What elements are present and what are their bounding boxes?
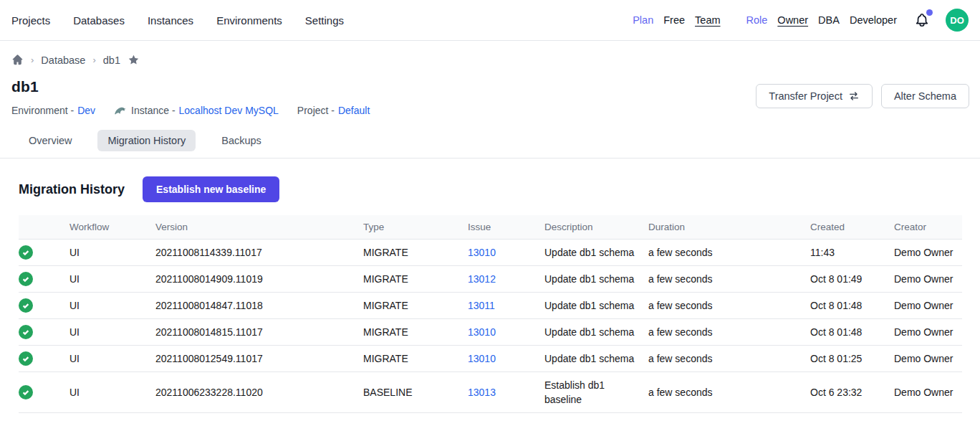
col-header-version: Version (155, 215, 363, 240)
role-option-dba[interactable]: DBA (818, 14, 840, 26)
cell-creator: Demo Owner (894, 266, 962, 293)
cell-duration: a few seconds (648, 346, 810, 372)
col-header-created: Created (810, 215, 894, 240)
col-header-issue: Issue (468, 215, 544, 240)
col-header-status (19, 215, 69, 240)
transfer-swap-icon (848, 90, 860, 102)
page-header: › Database › db1 db1 Environment - Dev I… (0, 41, 980, 116)
success-check-icon (19, 385, 33, 399)
plan-option-team[interactable]: Team (695, 14, 720, 26)
breadcrumb-separator-icon: › (92, 55, 95, 65)
transfer-project-label: Transfer Project (769, 90, 842, 102)
cell-description: Update db1 schema (544, 293, 648, 319)
nav-item-instances[interactable]: Instances (148, 14, 193, 27)
cell-duration: a few seconds (648, 319, 810, 346)
cell-workflow: UI (69, 266, 155, 293)
cell-type: MIGRATE (363, 266, 468, 293)
cell-duration: a few seconds (648, 293, 810, 319)
table-row[interactable]: UI 20211008012549.11017 MIGRATE 13010 Up… (19, 346, 962, 372)
tab-backups[interactable]: Backups (211, 130, 272, 151)
nav-item-databases[interactable]: Databases (73, 14, 125, 27)
cell-description: Update db1 schema (544, 266, 648, 293)
cell-workflow: UI (69, 240, 155, 266)
table-row[interactable]: UI 20211008014909.11019 MIGRATE 13012 Up… (19, 266, 962, 293)
tab-migration-history[interactable]: Migration History (97, 130, 196, 151)
col-header-description: Description (544, 215, 648, 240)
breadcrumb-separator-icon: › (31, 55, 34, 65)
project-link[interactable]: Default (338, 105, 370, 116)
cell-description: Update db1 schema (544, 319, 648, 346)
cell-type: MIGRATE (363, 293, 468, 319)
success-check-icon (19, 351, 33, 366)
role-option-owner[interactable]: Owner (777, 14, 808, 26)
cell-workflow: UI (69, 319, 155, 346)
avatar[interactable]: DO (946, 9, 969, 32)
alter-schema-button[interactable]: Alter Schema (881, 84, 969, 108)
migration-history-section-header: Migration History Establish new baseline (0, 158, 980, 202)
cell-workflow: UI (69, 346, 155, 372)
notification-bell-icon[interactable] (913, 11, 931, 29)
cell-duration: a few seconds (648, 240, 810, 266)
instance-link[interactable]: Localhost Dev MySQL (179, 105, 279, 116)
environment-label: Environment - (11, 105, 74, 116)
cell-type: MIGRATE (363, 346, 468, 372)
mysql-dolphin-icon (114, 105, 127, 115)
migration-history-table: Workflow Version Type Issue Description … (19, 215, 962, 413)
tab-overview[interactable]: Overview (19, 130, 82, 151)
cell-workflow: UI (69, 372, 155, 413)
cell-description: Update db1 schema (544, 240, 648, 266)
cell-version: 20211008114339.11017 (155, 240, 363, 266)
col-header-creator: Creator (894, 215, 962, 240)
nav-item-settings[interactable]: Settings (305, 14, 344, 27)
breadcrumb-database[interactable]: Database (41, 55, 85, 66)
transfer-project-button[interactable]: Transfer Project (756, 84, 873, 108)
cell-type: BASELINE (363, 372, 468, 413)
cell-version: 20211008012549.11017 (155, 346, 363, 372)
cell-description: Establish db1 baseline (544, 372, 648, 413)
col-header-type: Type (363, 215, 468, 240)
cell-type: MIGRATE (363, 240, 468, 266)
breadcrumb: › Database › db1 (11, 54, 969, 66)
success-check-icon (19, 325, 33, 339)
issue-link[interactable]: 13010 (468, 353, 496, 364)
success-check-icon (19, 272, 33, 286)
role-label[interactable]: Role (746, 14, 768, 26)
col-header-workflow: Workflow (69, 215, 155, 240)
table-row[interactable]: UI 20211008014847.11018 MIGRATE 13011 Up… (19, 293, 962, 319)
favorite-star-icon[interactable] (128, 54, 140, 66)
cell-version: 20211008014815.11017 (155, 319, 363, 346)
home-icon[interactable] (11, 54, 24, 66)
success-check-icon (19, 245, 33, 260)
role-option-developer[interactable]: Developer (850, 14, 897, 26)
top-nav: Projects Databases Instances Environment… (0, 0, 980, 41)
nav-links: Projects Databases Instances Environment… (11, 14, 344, 27)
section-title: Migration History (19, 182, 125, 197)
nav-account-area: Plan Free Team Role Owner DBA Developer … (633, 9, 969, 32)
notification-dot (926, 9, 933, 16)
cell-created: Oct 6 23:32 (810, 372, 894, 413)
nav-item-environments[interactable]: Environments (216, 14, 282, 27)
cell-duration: a few seconds (648, 266, 810, 293)
cell-created: Oct 8 01:48 (810, 293, 894, 319)
table-row[interactable]: UI 20211008014815.11017 MIGRATE 13010 Up… (19, 319, 962, 346)
cell-creator: Demo Owner (894, 240, 962, 266)
issue-link[interactable]: 13013 (468, 387, 496, 398)
issue-link[interactable]: 13011 (468, 300, 495, 311)
alter-schema-label: Alter Schema (894, 90, 956, 102)
cell-description: Update db1 schema (544, 346, 648, 372)
cell-creator: Demo Owner (894, 346, 962, 372)
nav-item-projects[interactable]: Projects (11, 14, 50, 27)
issue-link[interactable]: 13012 (468, 273, 496, 285)
issue-link[interactable]: 13010 (468, 326, 496, 338)
instance-label: Instance - (131, 105, 175, 116)
table-row[interactable]: UI 20211006233228.11020 BASELINE 13013 E… (19, 372, 962, 413)
cell-version: 20211008014847.11018 (155, 293, 363, 319)
header-actions: Transfer Project Alter Schema (756, 84, 969, 108)
issue-link[interactable]: 13010 (468, 247, 496, 258)
establish-new-baseline-button[interactable]: Establish new baseline (143, 176, 279, 202)
plan-label[interactable]: Plan (633, 14, 653, 26)
table-row[interactable]: UI 20211008114339.11017 MIGRATE 13010 Up… (19, 240, 962, 266)
table-header-row: Workflow Version Type Issue Description … (19, 215, 962, 240)
plan-option-free[interactable]: Free (663, 14, 685, 26)
environment-link[interactable]: Dev (77, 105, 95, 116)
